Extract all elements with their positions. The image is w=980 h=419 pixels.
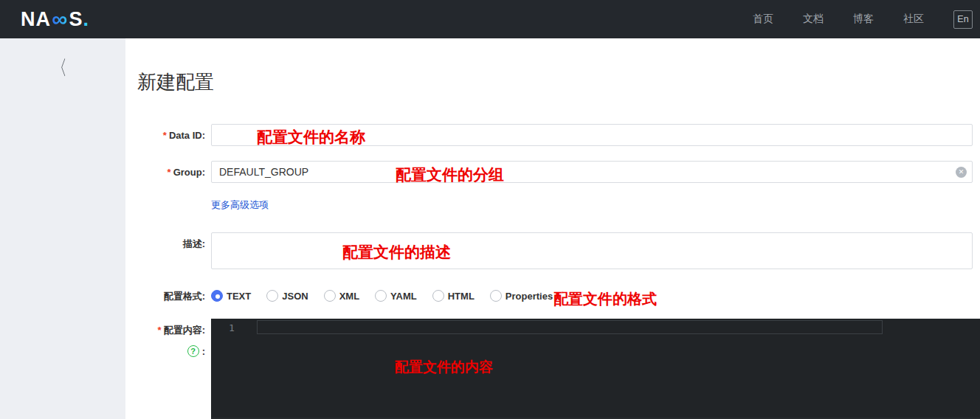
page-title: 新建配置 xyxy=(137,69,980,95)
clear-input-icon[interactable] xyxy=(956,167,967,178)
language-toggle-button[interactable]: En xyxy=(953,10,973,29)
navbar-links: 首页 文档 博客 社区 En xyxy=(753,10,973,29)
editor-line-number: 1 xyxy=(229,322,235,333)
nacos-logo[interactable]: NA∞S. xyxy=(21,8,89,30)
radio-icon xyxy=(266,290,278,302)
required-star: * xyxy=(158,325,162,336)
description-input-wrap xyxy=(211,232,973,272)
format-radio-xml[interactable]: XML xyxy=(324,290,359,302)
nav-item-blog[interactable]: 博客 xyxy=(853,13,874,26)
editor-active-line[interactable] xyxy=(257,320,883,334)
group-label: *Group: xyxy=(125,161,211,178)
description-row: 描述: 配置文件的描述 xyxy=(125,232,980,272)
data-id-label: *Data ID: xyxy=(125,124,211,141)
content-annotation: 配置文件的内容 xyxy=(395,358,493,377)
content-label: *配置内容: xyxy=(125,319,205,336)
format-radio-yaml[interactable]: YAML xyxy=(375,290,417,302)
logo-text-s: S xyxy=(69,10,83,30)
format-label: 配置格式: xyxy=(125,291,211,302)
group-row: *Group: 配置文件的分组 xyxy=(125,161,980,183)
radio-icon xyxy=(490,290,502,302)
config-content-editor[interactable]: 1 配置文件的内容 xyxy=(211,319,980,419)
data-id-input-wrap xyxy=(211,124,973,146)
format-radio-json[interactable]: JSON xyxy=(266,290,308,302)
radio-icon xyxy=(432,290,444,302)
nav-item-community[interactable]: 社区 xyxy=(903,13,924,26)
radio-icon xyxy=(324,290,336,302)
format-row: 配置格式: TEXT JSON XML xyxy=(125,290,980,302)
main-content: 新建配置 *Data ID: 配置文件的名称 *Group: xyxy=(125,38,980,419)
content-label-col: *配置内容: ? : xyxy=(125,319,211,357)
new-config-form: *Data ID: 配置文件的名称 *Group: 配置文件的分组 xyxy=(125,124,980,419)
radio-icon xyxy=(375,290,387,302)
format-radio-text[interactable]: TEXT xyxy=(211,290,251,302)
required-star: * xyxy=(168,167,171,178)
logo-text-na: NA xyxy=(21,10,51,30)
data-id-row: *Data ID: 配置文件的名称 xyxy=(125,124,980,146)
radio-selected-icon xyxy=(211,290,223,302)
top-navbar: NA∞S. 首页 文档 博客 社区 En xyxy=(0,0,980,38)
collapse-back-icon[interactable]: 〈 xyxy=(52,55,67,81)
data-id-input[interactable] xyxy=(211,124,973,146)
help-colon: : xyxy=(202,346,205,357)
help-question-icon[interactable]: ? xyxy=(187,345,199,357)
nav-item-home[interactable]: 首页 xyxy=(753,13,773,26)
content-row: *配置内容: ? : 1 配置文件的内容 xyxy=(125,319,980,419)
description-label: 描述: xyxy=(125,232,211,249)
format-radio-html[interactable]: HTML xyxy=(432,290,475,302)
more-advanced-options-link[interactable]: 更多高级选项 xyxy=(211,199,269,210)
advanced-options-row: 更多高级选项 xyxy=(125,198,980,212)
description-textarea[interactable] xyxy=(211,232,973,269)
group-input-wrap xyxy=(211,161,973,183)
format-annotation: 配置文件的格式 xyxy=(553,289,657,309)
group-input[interactable] xyxy=(211,161,973,183)
format-radio-group: TEXT JSON XML YAML xyxy=(211,290,568,302)
sidebar: 〈 xyxy=(0,38,125,419)
logo-dot: . xyxy=(83,10,89,30)
page-body: 〈 新建配置 *Data ID: 配置文件的名称 *Group: xyxy=(0,38,980,419)
format-radio-properties[interactable]: Properties xyxy=(490,290,553,302)
content-help-line: ? : xyxy=(125,345,205,357)
nav-item-docs[interactable]: 文档 xyxy=(803,13,824,26)
required-star: * xyxy=(163,130,167,141)
logo-infinity-icon: ∞ xyxy=(52,8,68,30)
